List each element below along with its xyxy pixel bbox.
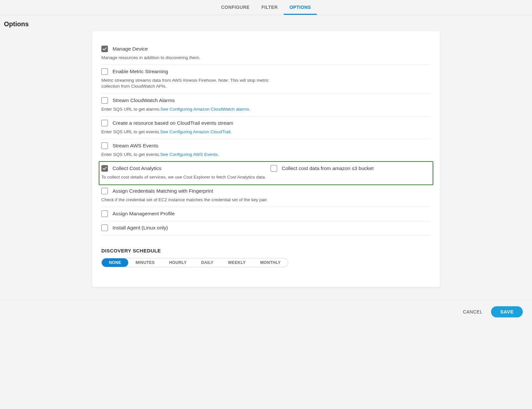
metric-streaming-checkbox[interactable] — [101, 68, 108, 75]
schedule-pill-weekly[interactable]: WEEKLY — [221, 258, 253, 267]
check-icon — [103, 167, 107, 170]
metric-streaming-label: Enable Metric Streaming — [113, 69, 168, 75]
option-manage-device: Manage Device Manage resources in additi… — [101, 42, 431, 65]
cancel-button[interactable]: CANCEL — [463, 309, 482, 314]
schedule-pill-monthly[interactable]: MONTHLY — [253, 258, 288, 267]
manage-device-label: Manage Device — [113, 46, 148, 52]
cloudwatch-alarms-label: Stream CloudWatch Alarms — [113, 97, 175, 103]
option-install-agent: Install Agent (Linux only) — [101, 221, 431, 235]
schedule-pill-none[interactable]: NONE — [102, 258, 128, 267]
schedule-pill-hourly[interactable]: HOURLY — [162, 258, 194, 267]
cloudwatch-alarms-checkbox[interactable] — [101, 97, 108, 104]
fingerprint-checkbox[interactable] — [101, 188, 108, 194]
tab-options[interactable]: OPTIONS — [284, 1, 317, 15]
cost-analytics-label: Collect Cost Analytics — [113, 165, 161, 171]
cost-s3-checkbox[interactable] — [271, 165, 277, 172]
tab-filter[interactable]: FILTER — [256, 1, 284, 15]
page-title: Options — [0, 15, 532, 31]
check-icon — [103, 47, 107, 51]
save-button[interactable]: SAVE — [491, 306, 523, 317]
install-agent-checkbox[interactable] — [101, 225, 108, 231]
option-aws-events: Stream AWS Events Enter SQS URL to get e… — [101, 139, 431, 162]
aws-events-desc: Enter SQS URL to get events.See Configur… — [101, 152, 272, 158]
top-tabs: CONFIGURE FILTER OPTIONS — [0, 0, 532, 15]
mgmt-profile-label: Assign Management Profile — [113, 211, 175, 217]
install-agent-label: Install Agent (Linux only) — [113, 225, 168, 231]
cloudtrail-desc: Enter SQS URL to get events.See Configur… — [101, 129, 272, 135]
option-metric-streaming: Enable Metric Streaming Metric streaming… — [101, 65, 431, 94]
metric-streaming-desc: Metric streaming streams data from AWS K… — [101, 77, 272, 89]
cost-analytics-checkbox[interactable] — [101, 165, 108, 172]
manage-device-desc: Manage resources in addition to discover… — [101, 55, 272, 61]
manage-device-checkbox[interactable] — [101, 46, 108, 52]
cloudtrail-desc-text: Enter SQS URL to get events. — [101, 129, 160, 134]
schedule-pill-group: NONE MINUTES HOURLY DAILY WEEKLY MONTHLY — [101, 258, 288, 267]
aws-events-label: Stream AWS Events — [113, 143, 158, 149]
cloudwatch-alarms-desc: Enter SQS URL to get alarms.See Configur… — [101, 106, 272, 112]
aws-events-checkbox[interactable] — [101, 142, 108, 149]
fingerprint-desc: Check if the credential set of EC2 insta… — [101, 197, 431, 203]
aws-events-link[interactable]: See Configuring AWS Events. — [160, 152, 219, 157]
option-cloudwatch-alarms: Stream CloudWatch Alarms Enter SQS URL t… — [101, 94, 431, 117]
footer-actions: CANCEL SAVE — [0, 300, 532, 325]
tab-configure[interactable]: CONFIGURE — [215, 1, 256, 15]
mgmt-profile-checkbox[interactable] — [101, 210, 108, 217]
fingerprint-label: Assign Credentials Matching with Fingerp… — [113, 188, 213, 194]
discovery-schedule-title: DISCOVERY SCHEDULE — [101, 248, 431, 253]
cloudwatch-alarms-link[interactable]: See Configuring Amazon CloudWatch alarms… — [160, 107, 250, 112]
cloudtrail-label: Create a resource based on CloudTrail ev… — [113, 120, 233, 126]
option-cost-analytics: Collect Cost Analytics Collect cost data… — [99, 161, 433, 185]
schedule-pill-daily[interactable]: DAILY — [194, 258, 221, 267]
cloudwatch-alarms-desc-text: Enter SQS URL to get alarms. — [101, 107, 160, 112]
option-mgmt-profile: Assign Management Profile — [101, 207, 431, 221]
schedule-pill-minutes[interactable]: MINUTES — [128, 258, 162, 267]
cost-analytics-desc: To collect cost details of services, we … — [101, 174, 431, 180]
cloudtrail-link[interactable]: See Configuring Amazon CloudTrail. — [160, 129, 232, 134]
option-cloudtrail: Create a resource based on CloudTrail ev… — [101, 117, 431, 139]
options-card: Manage Device Manage resources in additi… — [92, 31, 440, 287]
aws-events-desc-text: Enter SQS URL to get events. — [101, 152, 160, 157]
cloudtrail-checkbox[interactable] — [101, 120, 108, 126]
cost-s3-label: Collect cost data from amazon s3 bucket — [282, 165, 374, 171]
option-fingerprint: Assign Credentials Matching with Fingerp… — [101, 184, 431, 207]
